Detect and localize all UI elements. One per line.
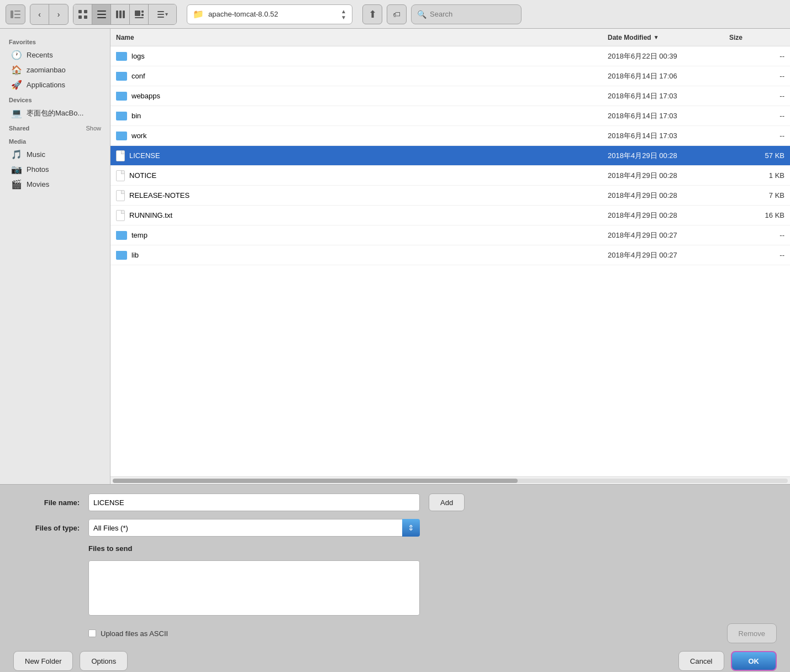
path-chevron[interactable]: ▲ ▼ — [341, 8, 346, 20]
file-name-cell: RUNNING.txt — [110, 210, 602, 221]
sidebar-item-zaomianbao[interactable]: 🏠 zaomianbao — [2, 62, 108, 77]
list-view-button[interactable] — [92, 4, 111, 24]
table-row[interactable]: temp2018年4月29日 00:27-- — [110, 225, 790, 245]
svg-rect-11 — [116, 11, 118, 18]
col-name[interactable]: Name — [110, 29, 602, 46]
file-name-text: conf — [131, 72, 145, 80]
sidebar-item-label-applications: Applications — [27, 81, 65, 89]
table-row[interactable]: work2018年6月14日 17:03-- — [110, 126, 790, 146]
col-date[interactable]: Date Modified ▼ — [602, 29, 724, 46]
col-size[interactable]: Size — [724, 29, 790, 46]
shared-show-button[interactable]: Show — [86, 125, 101, 132]
file-date-cell: 2018年4月29日 00:28 — [602, 191, 724, 201]
file-name-text: RELEASE-NOTES — [129, 191, 189, 200]
sidebar-item-label-photos: Photos — [27, 165, 49, 174]
svg-rect-1 — [14, 11, 20, 12]
applications-icon: 🚀 — [11, 80, 22, 90]
recents-icon: 🕐 — [11, 50, 22, 60]
upload-ascii-row: Upload files as ASCII Remove — [88, 623, 777, 643]
icon-view-button[interactable] — [73, 4, 92, 24]
table-row[interactable]: webapps2018年6月14日 17:03-- — [110, 86, 790, 106]
file-list-header: Name Date Modified ▼ Size — [110, 29, 790, 46]
forward-button[interactable]: › — [49, 4, 68, 24]
sidebar-item-movies[interactable]: 🎬 Movies — [2, 177, 108, 192]
sidebar-toggle-button[interactable] — [6, 4, 25, 24]
folder-icon — [116, 231, 127, 240]
horizontal-scrollbar[interactable] — [110, 476, 790, 484]
sidebar-item-label-movies: Movies — [27, 180, 49, 188]
sidebar-item-music[interactable]: 🎵 Music — [2, 147, 108, 162]
file-name-text: lib — [131, 251, 139, 259]
file-name-input[interactable] — [88, 494, 420, 511]
file-name-cell: LICENSE — [110, 150, 602, 161]
file-size-cell: -- — [724, 72, 790, 80]
table-row[interactable]: RUNNING.txt2018年4月29日 00:2816 KB — [110, 206, 790, 225]
svg-rect-6 — [78, 15, 82, 19]
file-area: Name Date Modified ▼ Size logs2018年6月22日… — [110, 29, 790, 484]
table-row[interactable]: bin2018年6月14日 17:03-- — [110, 106, 790, 126]
table-row[interactable]: lib2018年4月29日 00:27-- — [110, 245, 790, 265]
upload-ascii-checkbox[interactable] — [88, 629, 96, 637]
toolbar: ‹ › ▾ 📁 apache-tomcat-8.0.52 ▲ ▼ ⬆ 🏷 — [0, 0, 790, 29]
gallery-view-button[interactable] — [130, 4, 149, 24]
back-button[interactable]: ‹ — [30, 4, 49, 24]
file-name-text: RUNNING.txt — [129, 211, 172, 219]
scrollbar-thumb[interactable] — [113, 479, 518, 483]
file-date-cell: 2018年4月29日 00:28 — [602, 171, 724, 181]
remove-button[interactable]: Remove — [727, 623, 777, 643]
column-view-button[interactable] — [111, 4, 130, 24]
main-content: Favorites 🕐 Recents 🏠 zaomianbao 🚀 Appli… — [0, 29, 790, 484]
table-row[interactable]: RELEASE-NOTES2018年4月29日 00:287 KB — [110, 186, 790, 206]
cancel-button[interactable]: Cancel — [678, 651, 724, 671]
file-name-cell: bin — [110, 112, 602, 120]
table-row[interactable]: LICENSE2018年4月29日 00:2857 KB — [110, 146, 790, 166]
sidebar-item-label-recents: Recents — [27, 51, 53, 59]
files-to-send-area[interactable] — [88, 560, 420, 616]
files-of-type-select[interactable]: All Files (*) — [88, 519, 420, 537]
document-icon — [116, 190, 125, 201]
search-input[interactable] — [430, 10, 507, 18]
sidebar-item-label-macbook: 枣面包的MacBo... — [27, 108, 83, 118]
arrange-button[interactable]: ▾ — [149, 4, 176, 24]
file-size-cell: -- — [724, 132, 790, 140]
nav-buttons: ‹ › — [30, 4, 69, 25]
photos-icon: 📷 — [11, 164, 22, 175]
ok-button[interactable]: OK — [731, 651, 777, 671]
add-button[interactable]: Add — [429, 494, 465, 511]
file-name-row: File name: Add — [13, 494, 777, 511]
file-name-cell: work — [110, 132, 602, 140]
file-list: logs2018年6月22日 00:39--conf2018年6月14日 17:… — [110, 46, 790, 476]
music-icon: 🎵 — [11, 149, 22, 160]
sidebar-item-applications[interactable]: 🚀 Applications — [2, 77, 108, 92]
files-to-send-label: Files to send — [88, 544, 777, 553]
document-icon — [116, 150, 125, 161]
bottom-buttons: New Folder Options Cancel OK — [13, 651, 777, 671]
svg-rect-3 — [14, 17, 20, 18]
sidebar-item-photos[interactable]: 📷 Photos — [2, 162, 108, 177]
sidebar-item-macbook[interactable]: 💻 枣面包的MacBo... — [2, 106, 108, 120]
folder-icon: 📁 — [193, 9, 204, 19]
file-date-cell: 2018年4月29日 00:28 — [602, 151, 724, 161]
file-date-cell: 2018年6月14日 17:03 — [602, 111, 724, 121]
folder-icon — [116, 52, 127, 61]
path-bar[interactable]: 📁 apache-tomcat-8.0.52 ▲ ▼ — [187, 4, 352, 24]
table-row[interactable]: logs2018年6月22日 00:39-- — [110, 46, 790, 66]
table-row[interactable]: NOTICE2018年4月29日 00:281 KB — [110, 166, 790, 186]
svg-rect-5 — [84, 10, 87, 13]
new-folder-button[interactable]: New Folder — [13, 651, 73, 671]
file-date-cell: 2018年4月29日 00:27 — [602, 230, 724, 240]
folder-icon — [116, 132, 127, 140]
file-date-cell: 2018年6月14日 17:03 — [602, 91, 724, 101]
file-date-cell: 2018年4月29日 00:27 — [602, 250, 724, 260]
share-button[interactable]: ⬆ — [362, 4, 382, 24]
movies-icon: 🎬 — [11, 179, 22, 190]
folder-icon — [116, 92, 127, 101]
tag-button[interactable]: 🏷 — [387, 4, 407, 24]
document-icon — [116, 210, 125, 221]
sidebar-item-recents[interactable]: 🕐 Recents — [2, 48, 108, 62]
svg-rect-0 — [10, 11, 13, 18]
options-button[interactable]: Options — [80, 651, 128, 671]
file-name-cell: RELEASE-NOTES — [110, 190, 602, 201]
table-row[interactable]: conf2018年6月14日 17:06-- — [110, 66, 790, 86]
folder-icon — [116, 112, 127, 120]
